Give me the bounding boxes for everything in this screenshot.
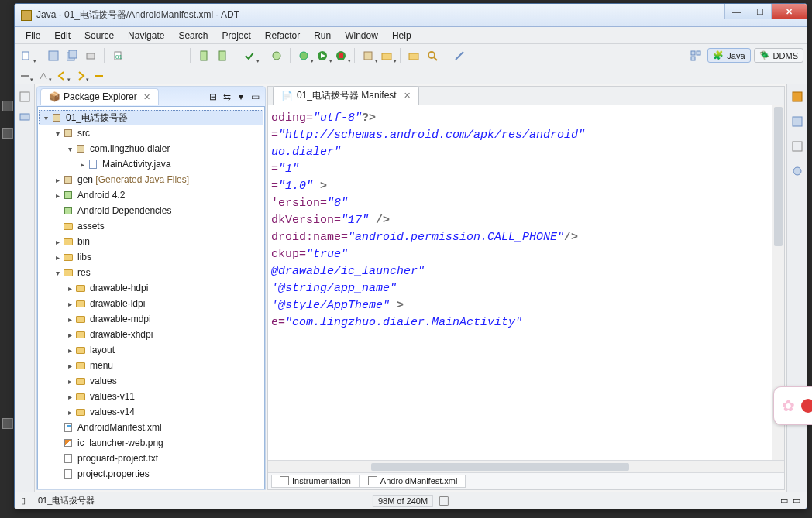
scroll-thumb[interactable] — [774, 107, 783, 246]
tree-bin[interactable]: ▸bin — [39, 234, 263, 249]
tree-label: layout — [90, 345, 115, 355]
status-right-icon-2[interactable]: ▭ — [793, 496, 800, 506]
menu-help[interactable]: Help — [386, 29, 418, 43]
trim-icon-3[interactable] — [791, 140, 803, 153]
home-button[interactable] — [92, 69, 106, 83]
heap-status: 98M of 240M — [373, 495, 433, 507]
bottom-tab-instrumentation[interactable]: Instrumentation — [271, 475, 360, 488]
bottom-tab-xml[interactable]: AndroidManifest.xml — [360, 475, 466, 488]
tree-props-file[interactable]: ▸project.properties — [39, 466, 263, 482]
window-maximize-button[interactable]: ☐ — [748, 4, 771, 19]
menu-navigate[interactable]: Navigate — [122, 29, 170, 43]
menu-file[interactable]: File — [19, 29, 46, 43]
trim-icon-2[interactable] — [791, 115, 803, 128]
status-right-icon-1[interactable]: ▭ — [780, 496, 788, 506]
tree-src[interactable]: ▾src — [39, 125, 263, 141]
tree-proguard-file[interactable]: ▸proguard-project.txt — [39, 451, 263, 466]
save-button[interactable] — [45, 47, 62, 64]
svg-rect-7 — [201, 51, 207, 60]
tree-assets[interactable]: ▸assets — [39, 218, 263, 234]
new-package-button[interactable]: ▾ — [360, 47, 377, 64]
dock-ornament-icon: ✿ — [782, 396, 795, 415]
tree-java-file[interactable]: ▸MainActivity.java — [39, 156, 263, 172]
tree-res-folder[interactable]: ▸drawable-hdpi — [39, 280, 263, 296]
tree-res[interactable]: ▾res — [39, 265, 263, 280]
trim-icon-1[interactable] — [791, 91, 803, 103]
dock-red-icon[interactable] — [801, 399, 812, 413]
tree-res-folder[interactable]: ▸values — [39, 373, 263, 389]
window-title: Java - 01_电话拨号器/AndroidManifest.xml - AD… — [36, 9, 239, 22]
step-button[interactable]: ▾ — [36, 69, 50, 83]
avd-down-button[interactable] — [195, 47, 212, 64]
new-folder-button[interactable]: ▾ — [378, 47, 395, 64]
menu-edit[interactable]: Edit — [48, 29, 77, 43]
run-last-button[interactable]: ▾ — [332, 47, 349, 64]
explorer-tab[interactable]: 📦 Package Explorer ✕ — [40, 88, 159, 105]
debug-button[interactable]: ▾ — [295, 47, 312, 64]
new-class-button[interactable] — [268, 47, 285, 64]
perspective-ddms[interactable]: 🪲DDMS — [754, 48, 803, 63]
project-tree[interactable]: ▾ 01_电话拨号器 ▾src ▾com.lingzhuo.dialer ▸Ma… — [37, 107, 265, 489]
menu-search[interactable]: Search — [172, 29, 214, 43]
tree-package[interactable]: ▾com.lingzhuo.dialer — [39, 141, 263, 156]
fold-button[interactable]: ▾ — [18, 69, 32, 83]
perspective-java[interactable]: 🧩Java — [707, 48, 750, 63]
floating-dock[interactable]: ✿ — [773, 386, 812, 425]
tree-res-folder[interactable]: ▸menu — [39, 358, 263, 373]
minimized-view-icon[interactable] — [19, 111, 31, 123]
tree-res-folder[interactable]: ▸drawable-mdpi — [39, 311, 263, 327]
sdk-manager-button[interactable]: 01 — [109, 47, 126, 64]
tree-label: drawable-xhdpi — [90, 329, 153, 340]
fwd-button[interactable]: ▾ — [74, 69, 88, 83]
manifest-editor-icon: 📄 — [281, 91, 293, 101]
tree-android-lib[interactable]: ▸Android 4.2 — [39, 187, 263, 203]
run-button[interactable]: ▾ — [314, 47, 331, 64]
open-perspective-button[interactable] — [687, 47, 704, 64]
restore-view-icon[interactable] — [19, 91, 31, 103]
window-close-button[interactable]: ✕ — [771, 4, 807, 19]
collapse-all-button[interactable]: ⊟ — [206, 90, 220, 104]
avd-up-button[interactable] — [214, 47, 231, 64]
menu-source[interactable]: Source — [78, 29, 120, 43]
editor-tab-active[interactable]: 📄 01_电话拨号器 Manifest ✕ — [273, 86, 419, 105]
menu-project[interactable]: Project — [215, 29, 256, 43]
tree-label: 01_电话拨号器 — [66, 111, 128, 125]
tab-icon — [368, 476, 377, 485]
close-view-icon[interactable]: ✕ — [143, 92, 150, 102]
tree-manifest-file[interactable]: ▸AndroidManifest.xml — [39, 420, 263, 435]
print-button[interactable] — [82, 47, 99, 64]
editor-h-scrollbar[interactable] — [268, 460, 784, 472]
status-left-icon[interactable]: ▯ — [21, 496, 26, 506]
menu-refactor[interactable]: Refactor — [259, 29, 306, 43]
tree-res-folder[interactable]: ▸drawable-ldpi — [39, 296, 263, 311]
back-button[interactable]: ▾ — [55, 69, 69, 83]
menu-run[interactable]: Run — [308, 29, 337, 43]
tree-launcher-file[interactable]: ▸ic_launcher-web.png — [39, 435, 263, 451]
minimize-view-button[interactable]: ▭ — [248, 90, 262, 104]
tree-libs[interactable]: ▸libs — [39, 249, 263, 265]
search-button[interactable] — [424, 47, 441, 64]
tree-res-folder[interactable]: ▸layout — [39, 342, 263, 358]
view-menu-button[interactable]: ▾ — [234, 90, 248, 104]
tree-gen[interactable]: ▸gen [Generated Java Files] — [39, 172, 263, 187]
tree-res-folder[interactable]: ▸values-v11 — [39, 389, 263, 404]
open-type-button[interactable] — [405, 47, 422, 64]
new-button[interactable]: ▾ — [18, 47, 35, 64]
close-editor-icon[interactable]: ✕ — [404, 91, 411, 101]
link-editor-button[interactable]: ⇆ — [220, 90, 234, 104]
scroll-thumb[interactable] — [371, 463, 629, 471]
trim-icon-4[interactable] — [791, 165, 803, 177]
check-button[interactable]: ▾ — [241, 47, 258, 64]
menu-window[interactable]: Window — [339, 29, 384, 43]
save-all-button[interactable] — [64, 47, 81, 64]
svg-rect-3 — [69, 50, 77, 58]
tree-android-deps[interactable]: ▸Android Dependencies — [39, 203, 263, 218]
window-minimize-button[interactable]: — — [724, 4, 748, 19]
gc-button[interactable] — [439, 496, 449, 506]
editor[interactable]: oding="utf-8"?> ="http://schemas.android… — [268, 105, 772, 460]
wand-button[interactable] — [451, 47, 468, 64]
tree-res-folder[interactable]: ▸drawable-xhdpi — [39, 327, 263, 342]
tree-project[interactable]: ▾ 01_电话拨号器 — [39, 110, 263, 125]
folder-icon — [76, 347, 85, 354]
tree-res-folder[interactable]: ▸values-v14 — [39, 404, 263, 420]
